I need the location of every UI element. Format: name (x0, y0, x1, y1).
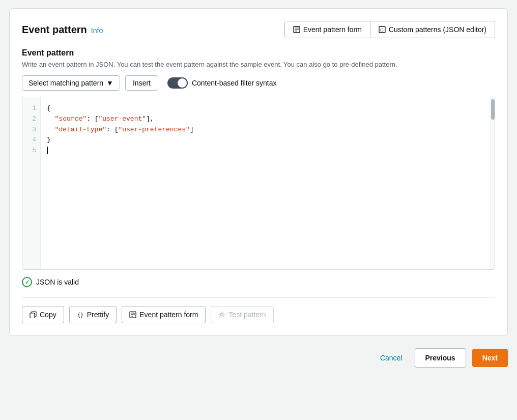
toggle-label: Content-based filter syntax (192, 79, 277, 87)
action-buttons: Copy {} Prettify Event pattern form (22, 306, 495, 323)
controls-row: Select matching pattern ▼ Insert Content… (22, 75, 495, 91)
next-button[interactable]: Next (472, 349, 508, 367)
event-pattern-form-tab[interactable]: Event pattern form (285, 21, 370, 38)
scrollbar[interactable] (491, 97, 495, 269)
cancel-button[interactable]: Cancel (374, 350, 409, 366)
event-form-label: Event pattern form (139, 311, 198, 319)
test-pattern-button: Test pattern (211, 306, 273, 323)
svg-point-13 (221, 314, 223, 316)
form-icon (293, 26, 300, 33)
event-form-button[interactable]: Event pattern form (122, 306, 206, 323)
copy-label: Copy (40, 311, 56, 319)
previous-button[interactable]: Previous (415, 348, 466, 368)
code-editor[interactable]: 1 2 3 4 5 { "source": ["user-event"], "d… (22, 97, 495, 269)
copy-icon (30, 311, 37, 318)
valid-icon (22, 277, 32, 287)
test-pattern-label: Test pattern (228, 311, 266, 319)
svg-text:{}: {} (380, 28, 384, 32)
header-title: Event pattern Info (22, 24, 103, 36)
code-editor-container: 1 2 3 4 5 { "source": ["user-event"], "d… (22, 97, 495, 270)
form-icon2 (129, 311, 136, 318)
validation-row: JSON is valid (22, 277, 495, 287)
section-title: Event pattern (22, 48, 495, 58)
main-card: Event pattern Info Event pattern form (9, 8, 508, 336)
info-link[interactable]: Info (91, 26, 103, 35)
header-row: Event pattern Info Event pattern form (22, 21, 495, 38)
line-numbers: 1 2 3 4 5 (22, 97, 41, 269)
code-content[interactable]: { "source": ["user-event"], "detail-type… (41, 97, 495, 269)
prettify-icon: {} (77, 311, 84, 318)
prettify-button[interactable]: {} Prettify (69, 306, 117, 323)
divider (22, 297, 495, 298)
bottom-bar: Cancel Previous Next (9, 348, 508, 368)
custom-patterns-tab-label: Custom patterns (JSON editor) (389, 25, 486, 34)
prettify-label: Prettify (87, 311, 109, 319)
toggle-row: Content-based filter syntax (167, 77, 277, 89)
scrollbar-thumb (491, 99, 495, 120)
svg-rect-7 (30, 313, 35, 318)
event-pattern-form-tab-label: Event pattern form (303, 25, 362, 34)
section-desc: Write an event pattern in JSON. You can … (22, 61, 495, 68)
page-title: Event pattern (22, 24, 87, 36)
header-buttons: Event pattern form {} Custom patterns (J… (284, 21, 495, 38)
content-filter-toggle[interactable] (167, 77, 188, 89)
select-label: Select matching pattern (28, 79, 103, 87)
json-icon: {} (379, 26, 386, 33)
select-matching-pattern[interactable]: Select matching pattern ▼ (22, 75, 120, 91)
svg-text:{}: {} (77, 312, 83, 318)
insert-button[interactable]: Insert (125, 75, 158, 91)
valid-text: JSON is valid (36, 278, 79, 286)
custom-patterns-tab[interactable]: {} Custom patterns (JSON editor) (370, 21, 495, 38)
copy-button[interactable]: Copy (22, 306, 64, 323)
chevron-down-icon: ▼ (106, 79, 113, 87)
gear-icon (218, 311, 225, 318)
